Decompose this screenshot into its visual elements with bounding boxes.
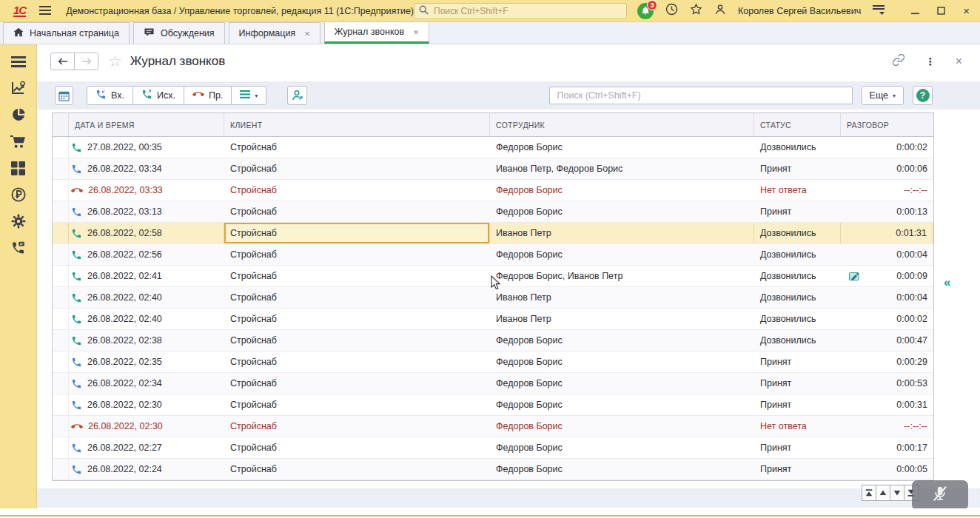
cell-row-selector[interactable] <box>53 201 69 222</box>
cell-conversation[interactable]: 0:00:29 <box>841 352 933 372</box>
tab-information[interactable]: Информация × <box>229 22 320 44</box>
cell-employee[interactable]: Федоров Борис <box>490 459 754 480</box>
cell-client[interactable]: Стройснаб <box>224 180 490 201</box>
table-row[interactable]: 26.08.2022, 02:58СтройснабИванов ПетрДоз… <box>53 223 933 244</box>
cell-row-selector[interactable] <box>53 330 69 351</box>
global-search-input[interactable] <box>432 5 622 17</box>
list-search[interactable] <box>549 87 853 104</box>
filter-incoming-button[interactable]: Вх. <box>87 86 133 105</box>
table-row[interactable]: 26.08.2022, 02:24СтройснабФедоров БорисП… <box>53 459 933 480</box>
cell-datetime[interactable]: 26.08.2022, 02:30 <box>69 394 224 415</box>
close-form-icon[interactable]: × <box>956 55 962 68</box>
cell-datetime[interactable]: 26.08.2022, 02:41 <box>69 266 224 286</box>
cell-employee[interactable]: Иванов Петр, Федоров Борис <box>490 158 754 179</box>
sidebar-settings-gear-icon[interactable] <box>11 213 26 229</box>
cell-datetime[interactable]: 26.08.2022, 02:40 <box>69 287 224 308</box>
more-button[interactable]: Еще ▾ <box>862 86 904 105</box>
cell-row-selector[interactable] <box>53 244 69 265</box>
cell-status[interactable]: Нет ответа <box>754 416 841 437</box>
cell-client[interactable]: Стройснаб <box>224 437 490 458</box>
cell-employee[interactable]: Иванов Петр <box>490 309 754 329</box>
column-client[interactable]: КЛИЕНТ <box>224 113 490 136</box>
back-button[interactable] <box>50 53 75 70</box>
table-row[interactable]: 26.08.2022, 02:35СтройснабФедоров БорисП… <box>53 352 933 373</box>
user-icon[interactable] <box>714 4 726 18</box>
cell-status[interactable]: Принят <box>754 437 841 458</box>
microphone-muted-overlay[interactable] <box>912 480 968 508</box>
cell-row-selector[interactable] <box>53 352 69 372</box>
sidebar-purchases-cart-icon[interactable] <box>10 133 26 149</box>
cell-client[interactable]: Стройснаб <box>224 373 490 394</box>
cell-status[interactable]: Дозвонились <box>754 223 841 243</box>
minimize-button[interactable] <box>911 4 919 18</box>
cell-row-selector[interactable] <box>53 394 69 415</box>
collapse-panel-chevron[interactable]: « <box>944 275 950 290</box>
cell-status[interactable]: Принят <box>754 459 841 480</box>
filter-outgoing-button[interactable]: Исх. <box>132 86 184 105</box>
cell-conversation[interactable]: 0:00:02 <box>841 137 933 158</box>
cell-status[interactable]: Принят <box>754 394 841 415</box>
cell-conversation[interactable]: 0:00:53 <box>841 373 933 394</box>
tab-discussions[interactable]: Обсуждения <box>133 22 225 44</box>
cell-employee[interactable]: Иванов Петр <box>490 223 754 243</box>
cell-client[interactable]: Стройснаб <box>224 459 490 480</box>
cell-conversation[interactable]: 0:00:04 <box>841 287 933 308</box>
cell-client[interactable]: Стройснаб <box>224 158 490 179</box>
go-down-button[interactable] <box>890 485 905 501</box>
cell-client[interactable]: Стройснаб <box>224 244 490 265</box>
cell-conversation[interactable]: 0:01:31 <box>841 223 933 243</box>
cell-row-selector[interactable] <box>53 137 69 158</box>
cell-conversation[interactable]: 0:00:31 <box>841 394 933 415</box>
cell-conversation[interactable]: --:--:-- <box>841 416 933 437</box>
history-icon[interactable] <box>665 3 678 18</box>
cell-conversation[interactable]: 0:00:06 <box>841 158 933 179</box>
notifications-button[interactable]: 3 <box>637 3 654 19</box>
cell-row-selector[interactable] <box>53 416 69 437</box>
cell-employee[interactable]: Федоров Борис <box>490 137 754 158</box>
cell-status[interactable]: Дозвонились <box>754 244 841 265</box>
table-row[interactable]: 26.08.2022, 02:30СтройснабФедоров БорисН… <box>53 416 933 437</box>
table-row[interactable]: 26.08.2022, 02:40СтройснабИванов ПетрДоз… <box>53 287 933 309</box>
cell-status[interactable]: Принят <box>754 352 841 372</box>
cell-row-selector[interactable] <box>53 158 69 179</box>
cell-datetime[interactable]: 26.08.2022, 02:34 <box>69 373 224 394</box>
table-row[interactable]: 26.08.2022, 02:40СтройснабИванов ПетрДоз… <box>53 309 933 330</box>
filter-missed-button[interactable]: Пр. <box>184 86 232 105</box>
cell-employee[interactable]: Федоров Борис <box>490 352 754 372</box>
favorites-star-icon[interactable] <box>690 3 702 18</box>
cell-status[interactable]: Дозвонились <box>754 266 841 286</box>
column-status[interactable]: СТАТУС <box>754 113 841 136</box>
close-tab-icon[interactable]: × <box>413 27 419 38</box>
cell-conversation[interactable]: --:--:-- <box>841 180 933 201</box>
go-to-first-button[interactable] <box>862 485 876 501</box>
cell-datetime[interactable]: 26.08.2022, 02:58 <box>69 223 224 243</box>
cell-datetime[interactable]: 26.08.2022, 03:34 <box>69 158 224 179</box>
cell-datetime[interactable]: 26.08.2022, 02:24 <box>69 459 224 480</box>
table-row[interactable]: 26.08.2022, 02:41СтройснабФедоров Борис,… <box>53 266 933 287</box>
cell-row-selector[interactable] <box>53 266 69 286</box>
cell-conversation[interactable]: 0:00:17 <box>841 437 933 458</box>
cell-datetime[interactable]: 26.08.2022, 02:56 <box>69 244 224 265</box>
table-row[interactable]: 26.08.2022, 02:38СтройснабФедоров БорисД… <box>53 330 933 352</box>
close-tab-icon[interactable]: × <box>304 28 310 39</box>
cell-datetime[interactable]: 26.08.2022, 03:13 <box>69 201 224 222</box>
cell-client[interactable]: Стройснаб <box>224 352 490 372</box>
cell-datetime[interactable]: 26.08.2022, 02:38 <box>69 330 224 351</box>
cell-conversation[interactable]: 0:00:02 <box>841 309 933 329</box>
cell-employee[interactable]: Федоров Борис <box>490 201 754 222</box>
sidebar-warehouse-grid-icon[interactable] <box>11 160 25 176</box>
cell-status[interactable]: Нет ответа <box>754 180 841 201</box>
sidebar-reports-pie-icon[interactable] <box>11 107 26 123</box>
cell-status[interactable]: Дозвонились <box>754 287 841 308</box>
cell-client[interactable]: Стройснаб <box>224 223 490 243</box>
sidebar-phone-icon[interactable] <box>10 240 26 256</box>
table-row[interactable]: 26.08.2022, 02:56СтройснабФедоров БорисД… <box>53 244 933 266</box>
cell-row-selector[interactable] <box>53 287 69 308</box>
cell-row-selector[interactable] <box>53 180 69 201</box>
maximize-button[interactable] <box>937 4 945 18</box>
cell-client[interactable]: Стройснаб <box>224 330 490 351</box>
cell-row-selector[interactable] <box>53 437 69 458</box>
global-search[interactable] <box>414 3 627 19</box>
table-row[interactable]: 26.08.2022, 02:30СтройснабФедоров БорисП… <box>53 394 933 416</box>
table-row[interactable]: 26.08.2022, 03:13СтройснабФедоров БорисП… <box>53 201 933 223</box>
